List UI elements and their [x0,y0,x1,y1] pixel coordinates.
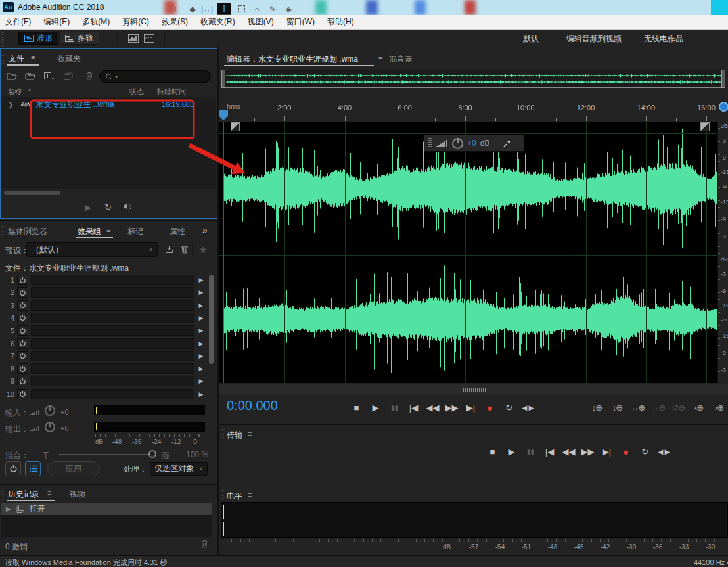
scrollbar-grip[interactable] [463,388,486,392]
slot-arrow-icon[interactable]: ▶ [197,365,205,372]
panel-menu-icon[interactable]: ≡ [31,53,35,61]
skip-to-end-button[interactable]: ▶| [597,447,616,457]
slot-power-button[interactable] [17,287,28,298]
slot-power-button[interactable] [17,325,28,336]
tab-editor[interactable]: 编辑器：水文专业职业生涯规划 .wma [227,54,358,65]
history-entry-row[interactable]: ▶ 打开 [1,503,212,515]
zoom-reset-button[interactable]: ↺⊖ [668,403,689,413]
files-horizontal-scrollbar[interactable] [4,191,60,195]
time-selection-tool-button[interactable]: I [217,3,231,15]
rewind-button[interactable]: ◀◀ [559,447,578,457]
slot-arrow-icon[interactable]: ▶ [197,277,205,283]
ruler-unit-label[interactable]: hms [227,102,240,110]
panel-menu-icon[interactable]: ≡ [248,430,252,438]
menu-edit[interactable]: 编辑(E) [43,16,70,28]
batch-icon[interactable] [61,70,76,82]
zoom-out-horizontal-button[interactable]: ↔⊖ [648,403,668,413]
menu-clip[interactable]: 剪辑(C) [122,16,149,28]
slip-tool-button[interactable]: |↔| [200,3,214,15]
spot-healing-brush-button[interactable]: ◈ [281,3,296,15]
tab-favorites[interactable]: 收藏夹 [57,53,81,64]
column-name[interactable]: 名称 [7,87,22,97]
rack-power-button[interactable] [5,461,21,476]
input-gain-knob[interactable] [45,405,55,416]
history-trash-icon[interactable] [197,537,212,550]
loop-playback-button[interactable]: ↻ [499,403,518,413]
tab-properties[interactable]: 属性 [170,226,185,237]
slot-power-button[interactable] [17,338,28,349]
output-gain-knob[interactable] [45,422,55,432]
panel-grip[interactable] [221,429,224,442]
process-dropdown[interactable]: 仅选区对象 ˅ [150,462,208,476]
mix-slider-knob[interactable] [148,450,156,458]
toolbar-grip[interactable] [1,32,4,46]
slot-arrow-icon[interactable]: ▶ [197,340,205,347]
favorite-star-icon[interactable]: ★ [196,243,210,256]
panel-grip[interactable] [1,489,4,502]
waveform-scrollbar[interactable] [219,384,728,394]
apply-button[interactable]: 应用 [47,461,100,476]
slot-arrow-icon[interactable]: ▶ [197,289,205,296]
preset-dropdown[interactable]: （默认） ˅ [26,242,158,257]
play-button[interactable]: ▶ [502,447,521,457]
expand-chevron-icon[interactable]: ❯ [8,101,13,108]
search-input[interactable]: ▾ [99,70,211,83]
effect-slot[interactable] [31,300,194,311]
overview-left-handle[interactable] [221,70,225,88]
rack-list-toggle-button[interactable] [25,461,41,476]
menu-window[interactable]: 窗口(W) [286,16,315,28]
file-row[interactable]: ❯ 水文专业职业生 ..wma 16:19.603 [1,99,216,110]
time-display[interactable]: 0:00.000 [227,398,278,413]
skip-selection-button[interactable]: ◀|▶ [654,448,673,455]
column-duration[interactable]: 持续时间 [157,87,186,97]
menu-view[interactable]: 视图(V) [248,16,274,28]
panel-menu-icon[interactable]: ≡ [378,55,382,62]
move-tool-button[interactable]: + [168,3,183,15]
audio-format-info[interactable]: 44100 Hz • 32 位（浮点 [694,558,728,567]
import-file-icon[interactable] [23,70,37,82]
panel-grip[interactable] [1,53,5,66]
panel-menu-icon[interactable]: ≡ [47,489,51,497]
effect-slot[interactable] [31,325,194,336]
stop-button[interactable]: ■ [347,403,366,413]
hud-gain-knob[interactable] [452,138,463,149]
slot-arrow-icon[interactable]: ▶ [197,327,205,334]
workspace-button-0[interactable]: 默认 [523,34,539,45]
panel-menu-icon[interactable]: ≡ [248,491,252,499]
levels-panel-title[interactable]: 电平 [227,491,242,502]
more-tabs-chevron[interactable]: » [202,225,208,235]
effect-slot[interactable] [31,313,194,323]
loop-preview-icon[interactable]: ↻ [104,202,112,212]
panel-menu-icon[interactable]: ≡ [106,226,110,234]
multitrack-view-button[interactable]: 多轨 [59,32,99,45]
tab-video[interactable]: 视频 [70,489,85,500]
pause-button[interactable]: ▮▮ [521,448,540,455]
play-button[interactable]: ▶ [366,403,385,413]
slot-power-button[interactable] [17,376,28,386]
menu-multitrack[interactable]: 多轨(M) [82,16,110,28]
playhead-line[interactable] [223,122,224,383]
slot-arrow-icon[interactable]: ▶ [197,315,205,321]
save-preset-icon[interactable] [162,243,176,256]
file-name[interactable]: 水文专业职业生 ..wma [35,99,114,110]
slot-arrow-icon[interactable]: ▶ [197,302,205,309]
slot-arrow-icon[interactable]: ▶ [197,378,205,384]
overview-right-handle[interactable] [721,70,725,88]
hud-gain-value[interactable]: +0 [467,139,476,148]
workspace-button-2[interactable]: 无线电作品 [644,34,683,45]
rack-scrollbar[interactable] [209,275,214,364]
slot-power-button[interactable] [17,351,28,361]
hud-grip[interactable] [428,138,432,148]
tab-files[interactable]: 文件 [9,53,24,64]
effect-slot[interactable] [31,338,194,349]
spectral-frequency-display-button[interactable] [126,32,141,45]
lasso-selection-tool-button[interactable]: ○ [250,3,264,15]
new-item-icon[interactable] [41,70,56,82]
effect-slot[interactable] [31,287,194,298]
timeline-options-icon[interactable] [719,102,728,112]
menu-file[interactable]: 文件(F) [5,16,31,28]
waveform-view-button[interactable]: 波形 [18,32,58,45]
menu-effects[interactable]: 效果(S) [162,16,188,28]
slot-arrow-icon[interactable]: ▶ [197,353,205,359]
open-file-icon[interactable] [5,70,19,82]
